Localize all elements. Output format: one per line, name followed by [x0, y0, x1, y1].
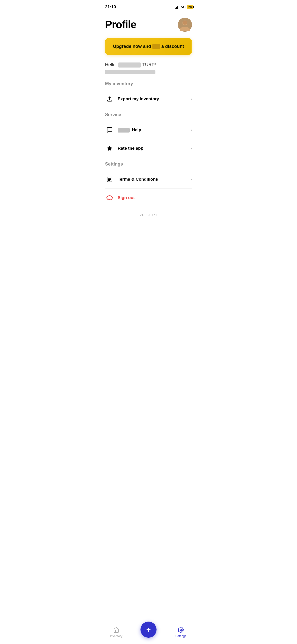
chevron-icon: ›: [191, 97, 192, 101]
help-blurred-prefix: [118, 128, 130, 133]
service-title: Service: [105, 112, 192, 117]
page-header: Profile: [105, 18, 192, 32]
settings-section-title: Settings: [105, 162, 192, 167]
settings-section: Settings Terms & Conditions ›: [105, 162, 192, 207]
battery-indicator: 28: [187, 5, 193, 9]
version-text: v1.11.1-161: [105, 213, 192, 217]
sign-out-icon: [105, 193, 114, 202]
user-name-blurred: [118, 62, 141, 68]
avatar[interactable]: [178, 18, 192, 32]
status-time: 21:10: [105, 5, 116, 10]
help-chat-icon: [105, 125, 114, 135]
scroll-content: Profile Upgrade now and get a discount H…: [99, 18, 198, 251]
page-title: Profile: [105, 19, 136, 31]
rate-app-label: Rate the app: [118, 146, 191, 151]
status-right: 5G 28: [175, 5, 193, 9]
chevron-icon: ›: [191, 177, 192, 182]
star-icon: [105, 144, 114, 153]
my-inventory-title: My inventory: [105, 81, 192, 86]
terms-conditions-item[interactable]: Terms & Conditions ›: [105, 170, 192, 189]
upgrade-text: Upgrade now and get a discount: [113, 44, 184, 49]
sign-out-label: Sign out: [118, 195, 192, 200]
svg-point-2: [183, 20, 187, 25]
upgrade-banner[interactable]: Upgrade now and get a discount: [105, 38, 192, 55]
terms-label: Terms & Conditions: [118, 177, 191, 182]
export-inventory-label: Export my inventory: [118, 96, 191, 102]
my-inventory-section: My inventory Export my inventory ›: [105, 81, 192, 108]
help-label: Help: [118, 127, 191, 133]
rate-app-item[interactable]: Rate the app ›: [105, 139, 192, 157]
chevron-icon: ›: [191, 128, 192, 132]
network-label: 5G: [181, 5, 186, 9]
greeting-text: Hello, TURP!: [105, 62, 192, 68]
avatar-image: [178, 18, 192, 32]
export-inventory-item[interactable]: Export my inventory ›: [105, 90, 192, 108]
svg-marker-4: [107, 146, 112, 151]
sign-out-item[interactable]: Sign out: [105, 189, 192, 207]
user-email-blurred: [105, 70, 155, 74]
signal-icon: [175, 5, 179, 9]
export-icon: [105, 94, 114, 104]
upgrade-blurred: get: [152, 44, 160, 49]
service-section: Service Help › Rate the app ›: [105, 112, 192, 157]
document-icon: [105, 175, 114, 184]
greeting-section: Hello, TURP!: [105, 62, 192, 74]
status-bar: 21:10 5G 28: [99, 0, 198, 13]
chevron-icon: ›: [191, 146, 192, 151]
help-item[interactable]: Help ›: [105, 121, 192, 139]
